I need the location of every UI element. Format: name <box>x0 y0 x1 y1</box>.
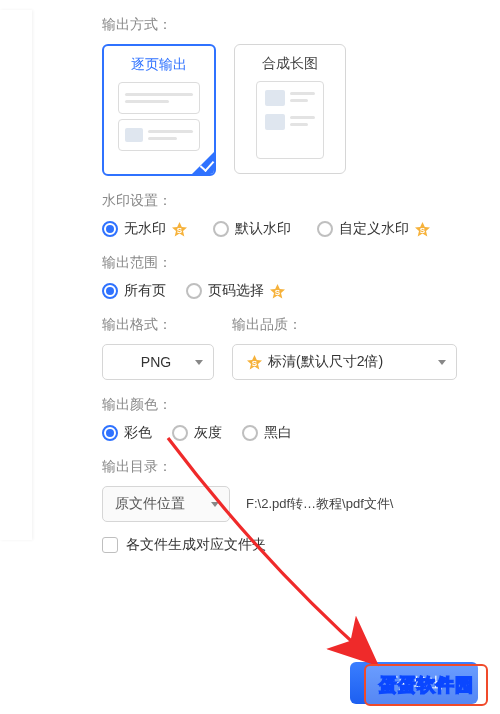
label-quality: 输出品质： <box>232 316 302 334</box>
svg-text:S: S <box>420 225 426 234</box>
premium-badge-icon: S <box>270 284 285 299</box>
radio-icon <box>102 425 118 441</box>
label-dir: 输出目录： <box>102 458 500 476</box>
checkbox-label: 各文件生成对应文件夹 <box>126 536 266 554</box>
mode-merge-long[interactable]: 合成长图 <box>234 44 346 174</box>
mode-page-by-page-illustration <box>118 82 200 151</box>
label-range: 输出范围： <box>102 254 500 272</box>
radio-icon <box>186 283 202 299</box>
radio-label: 黑白 <box>264 424 292 442</box>
radio-icon <box>242 425 258 441</box>
premium-badge-icon: S <box>247 355 262 370</box>
radio-label: 彩色 <box>124 424 152 442</box>
select-output-dir[interactable]: 原文件位置 <box>102 486 230 522</box>
output-mode-options: 逐页输出 合成长图 <box>102 44 500 176</box>
radio-color[interactable]: 彩色 <box>102 424 152 442</box>
selected-check-icon <box>192 152 214 174</box>
premium-badge-icon: S <box>172 222 187 237</box>
watermark-options: 无水印 S 默认水印 自定义水印 S <box>102 220 500 238</box>
radio-all-pages[interactable]: 所有页 <box>102 282 166 300</box>
radio-icon <box>317 221 333 237</box>
mode-page-by-page-label: 逐页输出 <box>131 56 187 74</box>
radio-label: 灰度 <box>194 424 222 442</box>
mode-merge-long-illustration <box>256 81 324 159</box>
radio-label: 自定义水印 <box>339 220 409 238</box>
svg-text:S: S <box>275 287 281 296</box>
radio-icon <box>172 425 188 441</box>
radio-label: 无水印 <box>124 220 166 238</box>
select-output-dir-value: 原文件位置 <box>115 495 211 513</box>
start-button-label: 开始输出 <box>384 674 444 693</box>
output-dir-row: 原文件位置 F:\2.pdf转…教程\pdf文件\ <box>102 486 500 522</box>
settings-panel: 输出方式： 逐页输出 合成长图 <box>0 0 500 554</box>
format-quality-selects: PNG S 标清(默认尺寸2倍) <box>102 344 500 380</box>
svg-text:S: S <box>177 225 183 234</box>
format-quality-labels: 输出格式： 输出品质： <box>102 316 500 334</box>
radio-default-watermark[interactable]: 默认水印 <box>213 220 291 238</box>
radio-grayscale[interactable]: 灰度 <box>172 424 222 442</box>
checkbox-per-file-folder[interactable]: 各文件生成对应文件夹 <box>102 536 500 554</box>
select-format-value: PNG <box>117 354 195 370</box>
label-color: 输出颜色： <box>102 396 500 414</box>
color-options: 彩色 灰度 黑白 <box>102 424 500 442</box>
label-watermark: 水印设置： <box>102 192 500 210</box>
mode-page-by-page[interactable]: 逐页输出 <box>102 44 216 176</box>
radio-page-select[interactable]: 页码选择 S <box>186 282 285 300</box>
label-format: 输出格式： <box>102 316 232 334</box>
radio-icon <box>213 221 229 237</box>
left-panel-edge <box>0 10 32 540</box>
radio-label: 默认水印 <box>235 220 291 238</box>
radio-bw[interactable]: 黑白 <box>242 424 292 442</box>
select-quality[interactable]: S 标清(默认尺寸2倍) <box>232 344 457 380</box>
select-format[interactable]: PNG <box>102 344 214 380</box>
premium-badge-icon: S <box>415 222 430 237</box>
chevron-down-icon <box>211 502 219 507</box>
chevron-down-icon <box>195 360 203 365</box>
radio-custom-watermark[interactable]: 自定义水印 S <box>317 220 430 238</box>
mode-merge-long-label: 合成长图 <box>262 55 318 73</box>
chevron-down-icon <box>438 360 446 365</box>
checkbox-icon <box>102 537 118 553</box>
range-options: 所有页 页码选择 S <box>102 282 500 300</box>
output-dir-path: F:\2.pdf转…教程\pdf文件\ <box>246 495 393 513</box>
radio-label: 所有页 <box>124 282 166 300</box>
start-output-button[interactable]: 开始输出 <box>350 662 478 704</box>
label-output-mode: 输出方式： <box>102 16 500 34</box>
radio-icon <box>102 283 118 299</box>
select-quality-value: 标清(默认尺寸2倍) <box>268 353 383 371</box>
radio-no-watermark[interactable]: 无水印 S <box>102 220 187 238</box>
radio-icon <box>102 221 118 237</box>
radio-label: 页码选择 <box>208 282 264 300</box>
svg-text:S: S <box>252 358 258 367</box>
